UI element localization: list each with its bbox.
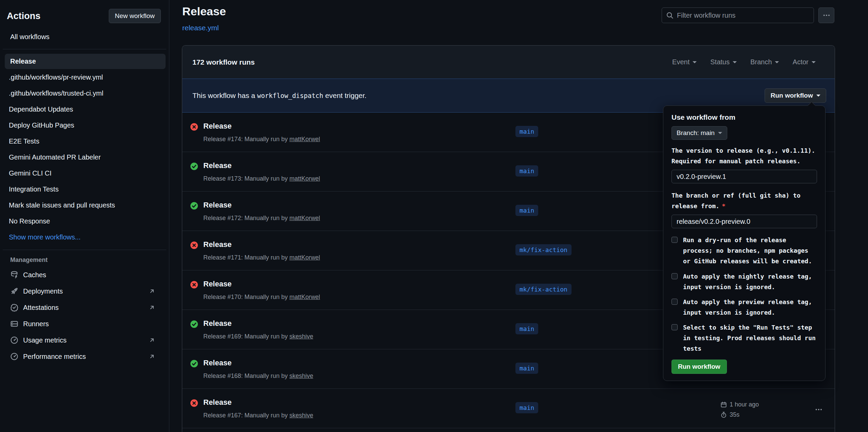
checkbox-label: Select to skip the "Run Tests" step in t…	[683, 322, 817, 354]
sidebar-item-github-workflows-trusted-ci-yml[interactable]: .github/workflows/trusted-ci.yml	[3, 86, 166, 101]
sidebar-item-gemini-automated-pr-labeler[interactable]: Gemini Automated PR Labeler	[3, 150, 166, 165]
show-more-workflows-link[interactable]: Show more workflows...	[3, 230, 166, 245]
runs-count: 172 workflow runs	[192, 58, 255, 66]
run-workflow-submit-button[interactable]: Run workflow	[671, 360, 727, 374]
branch-badge[interactable]: main	[515, 363, 538, 374]
kebab-icon	[823, 12, 830, 19]
sidebar-item-usage-metrics[interactable]: Usage metrics	[0, 332, 169, 348]
actor-link[interactable]: skeshive	[289, 372, 313, 379]
workflow-file-link[interactable]: release.yml	[182, 24, 219, 32]
checkbox[interactable]	[671, 273, 678, 279]
run-title-link[interactable]: Release	[203, 359, 232, 367]
sidebar-item-label: Usage metrics	[23, 336, 149, 344]
filter-branch[interactable]: Branch	[750, 58, 779, 66]
run-time: 1 hour ago	[730, 401, 759, 408]
sidebar-item-performance-metrics[interactable]: Performance metrics	[0, 348, 169, 365]
runs-card-header: 172 workflow runs EventStatusBranchActor	[182, 46, 835, 79]
version-input[interactable]	[671, 170, 817, 183]
run-title-link[interactable]: Release	[203, 280, 232, 288]
actor-link[interactable]: skeshive	[289, 333, 313, 340]
branch-badge[interactable]: main	[515, 165, 538, 177]
filter-event[interactable]: Event	[672, 58, 697, 66]
run-title-link[interactable]: Release	[203, 161, 232, 170]
filter-runs-search[interactable]	[662, 7, 814, 23]
branch-badge[interactable]: main	[515, 205, 538, 216]
sidebar-item-integration-tests[interactable]: Integration Tests	[3, 182, 166, 197]
sidebar-item-all-workflows[interactable]: All workflows	[5, 30, 166, 44]
run-description: Release #174: Manually run by mattKorwel	[203, 136, 320, 143]
checkbox-label: Auto apply the preview release tag, inpu…	[683, 297, 817, 318]
checkbox-label: Auto apply the nightly release tag, inpu…	[683, 271, 817, 292]
panel-checkbox-row: Select to skip the "Run Tests" step in t…	[671, 322, 817, 354]
search-input[interactable]	[677, 12, 810, 19]
cache-icon	[10, 271, 18, 279]
run-title-link[interactable]: Release	[203, 122, 232, 131]
sidebar-item-caches[interactable]: Caches	[0, 267, 169, 283]
run-filters: EventStatusBranchActor	[672, 58, 816, 66]
actor-link[interactable]: mattKorwel	[289, 254, 320, 261]
run-options-button[interactable]	[812, 405, 826, 414]
filter-actor[interactable]: Actor	[793, 58, 816, 66]
run-description: Release #168: Manually run by skeshive	[203, 372, 313, 380]
run-workflow-dropdown-button[interactable]: Run workflow	[765, 88, 826, 103]
panel-checkbox-group: Run a dry-run of the release process; no…	[671, 235, 817, 354]
branch-badge[interactable]: mk/fix-action	[515, 244, 572, 255]
sidebar-item-deployments[interactable]: Deployments	[0, 283, 169, 299]
sidebar-item-github-workflows-pr-review-yml[interactable]: .github/workflows/pr-review.yml	[3, 70, 166, 85]
actor-link[interactable]: skeshive	[289, 412, 313, 419]
external-link-icon	[149, 337, 155, 344]
sidebar-item-attestations[interactable]: Attestations	[0, 299, 169, 316]
sidebar-item-gemini-cli-ci[interactable]: Gemini CLI CI	[3, 166, 166, 181]
sidebar-item-deploy-github-pages[interactable]: Deploy GitHub Pages	[3, 118, 166, 133]
failure-x-icon	[190, 123, 198, 131]
branch-badge[interactable]: main	[515, 402, 538, 413]
actor-link[interactable]: mattKorwel	[289, 215, 320, 221]
sidebar-item-label: Attestations	[23, 304, 149, 312]
success-check-icon	[190, 163, 198, 170]
run-title-link[interactable]: Release	[203, 319, 232, 328]
use-workflow-from-label: Use workflow from	[671, 113, 817, 121]
actor-link[interactable]: mattKorwel	[289, 136, 320, 143]
success-check-icon	[190, 360, 198, 367]
management-section-label: Management	[10, 256, 169, 264]
actions-sidebar: Actions New workflow All workflows Relea…	[0, 0, 169, 432]
workflow-options-button[interactable]	[818, 7, 834, 23]
sidebar-item-runners[interactable]: Runners	[0, 316, 169, 332]
workflow-list: Release.github/workflows/pr-review.yml.g…	[0, 54, 169, 229]
new-workflow-button[interactable]: New workflow	[109, 9, 161, 23]
branch-badge[interactable]: mk/fix-action	[515, 284, 572, 295]
panel-checkbox-row: Auto apply the nightly release tag, inpu…	[671, 271, 817, 292]
branch-badge[interactable]: main	[515, 126, 538, 137]
branch-badge[interactable]: main	[515, 323, 538, 334]
sidebar-item-no-response[interactable]: No Response	[3, 214, 166, 229]
run-title-link[interactable]: Release	[203, 240, 232, 249]
sidebar-item-e2e-tests[interactable]: E2E Tests	[3, 134, 166, 149]
panel-checkbox-row: Run a dry-run of the release process; no…	[671, 235, 817, 266]
checkbox[interactable]	[671, 237, 678, 243]
chevron-down-icon	[816, 95, 820, 99]
ref-input[interactable]	[671, 215, 817, 228]
run-title-link[interactable]: Release	[203, 201, 232, 210]
run-title-link[interactable]: Release	[203, 398, 232, 407]
rocket-icon	[10, 287, 18, 295]
sidebar-item-mark-stale-issues-and-pull-requests[interactable]: Mark stale issues and pull requests	[3, 198, 166, 213]
version-field-label: The version to release (e.g., v0.1.11). …	[671, 145, 817, 166]
meter-icon	[10, 336, 18, 344]
sidebar-item-label: Deployments	[23, 287, 149, 295]
actor-link[interactable]: mattKorwel	[289, 294, 320, 300]
run-meta: 1 hour ago35s	[720, 400, 759, 420]
checkbox[interactable]	[671, 299, 678, 305]
sidebar-item-dependabot-updates[interactable]: Dependabot Updates	[3, 102, 166, 117]
server-icon	[10, 320, 18, 328]
actor-link[interactable]: mattKorwel	[289, 175, 320, 182]
kebab-icon	[815, 406, 822, 413]
run-description: Release #170: Manually run by mattKorwel	[203, 294, 320, 301]
filter-status[interactable]: Status	[710, 58, 737, 66]
run-description: Release #167: Manually run by skeshive	[203, 412, 313, 419]
branch-selector-button[interactable]: Branch: main	[671, 126, 727, 140]
sidebar-item-release[interactable]: Release	[5, 54, 166, 69]
search-icon	[666, 12, 674, 19]
meter-icon	[10, 352, 18, 361]
chevron-down-icon	[718, 132, 722, 136]
checkbox[interactable]	[671, 324, 678, 330]
